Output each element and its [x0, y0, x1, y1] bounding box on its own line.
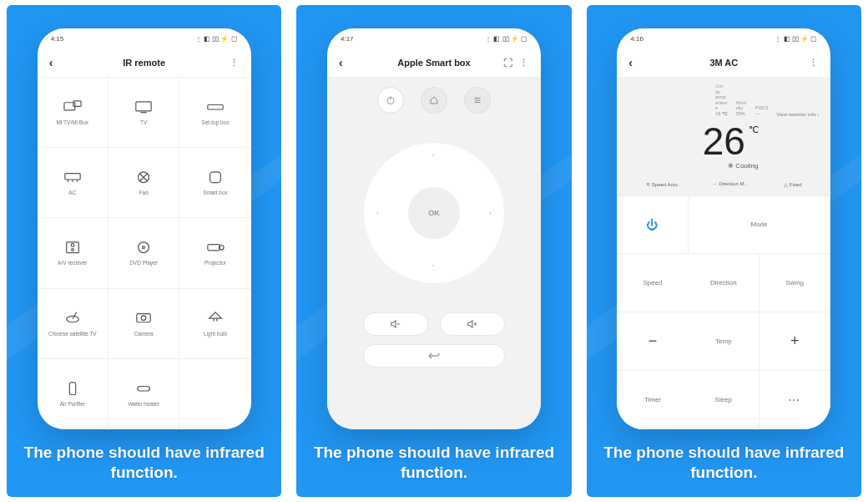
volume-down-button[interactable]	[363, 312, 428, 336]
svg-rect-2	[136, 102, 151, 111]
device-label: DVD Player	[129, 260, 158, 266]
svg-rect-10	[210, 172, 221, 183]
screenshot-panel-ir-remote: 4:15 ⋮ ◧ ▯▯ ⚡ ▢ ‹ IR remote ⋮ Mi TV/Mi B…	[7, 5, 281, 497]
ac-icon	[63, 170, 82, 185]
temp-up-button[interactable]: +	[760, 312, 830, 371]
more-icon[interactable]: ⋮	[809, 58, 819, 68]
mitv-icon	[63, 99, 82, 114]
dpad-left[interactable]: ‹	[376, 209, 379, 217]
menu-button[interactable]	[464, 87, 491, 114]
humidity: Humi dity59%	[736, 100, 747, 117]
volume-up-button[interactable]	[440, 312, 505, 336]
timer-button[interactable]: Timer	[617, 371, 688, 429]
direction-summary: → Direction M…	[712, 181, 749, 187]
device-ac[interactable]: AC	[38, 148, 108, 218]
device-label: Mi TV/Mi Box	[57, 119, 89, 125]
device-waterheater[interactable]: Water heater	[108, 359, 179, 429]
top-button-row	[377, 87, 491, 114]
speed-summary: ⚟ Speed Auto	[646, 181, 678, 187]
purifier-icon	[63, 381, 82, 396]
device-label: A/V receiver	[58, 260, 87, 266]
device-dvd[interactable]: DVD Player	[108, 218, 179, 288]
device-label: Smart box	[203, 190, 228, 195]
device-camera[interactable]: Camera	[108, 289, 179, 359]
app-bar: ‹ IR remote ⋮	[38, 48, 251, 77]
snowflake-icon: ❄	[728, 162, 734, 170]
device-label: AC	[68, 190, 76, 195]
dpad-down[interactable]: ˅	[431, 264, 436, 272]
power-button[interactable]: ⏻	[617, 196, 688, 255]
back-icon[interactable]: ‹	[628, 56, 633, 69]
clock: 4:15	[51, 35, 64, 43]
outdoor-temp: Out- do temp eratur e18 ℃	[715, 84, 728, 117]
panel-caption: The phone should have infrared function.	[7, 443, 281, 483]
swing-button[interactable]: Swing	[760, 254, 830, 312]
app-bar: ‹ Apple Smart box ⛶ ⋮	[327, 48, 541, 77]
ac-pane: Out- do temp eratur e18 ℃ Humi dity59% P…	[617, 77, 830, 429]
device-purifier[interactable]: Air Purifier	[38, 359, 108, 429]
status-icons: ⋮ ◧ ▯▯ ⚡ ▢	[485, 35, 527, 43]
lightbulb-icon	[206, 311, 225, 326]
satellite-icon	[63, 311, 82, 326]
home-button[interactable]	[421, 87, 447, 114]
device-label: Chinese satellite TV	[48, 331, 97, 337]
screenshot-panel-smartbox-remote: 4:17 ⋮ ◧ ▯▯ ⚡ ▢ ‹ Apple Smart box ⛶ ⋮ ˄ …	[296, 5, 571, 497]
dpad: ˄ ˅ ‹ › OK	[363, 142, 505, 284]
device-fan[interactable]: Fan	[108, 148, 179, 218]
device-lightbulb[interactable]: Light bulb	[179, 289, 250, 359]
more-icon[interactable]: ⋮	[230, 58, 240, 68]
page-title: IR remote	[123, 58, 165, 68]
svg-point-15	[143, 246, 145, 249]
svg-rect-24	[69, 383, 75, 395]
power-button[interactable]	[377, 87, 404, 114]
dpad-right[interactable]: ›	[489, 209, 492, 217]
ac-state: ❄ Cooling	[628, 162, 819, 170]
device-label: Camera	[134, 331, 154, 337]
device-projector[interactable]: Projector	[179, 218, 250, 288]
weather-info-link[interactable]: View weather info ›	[776, 112, 819, 117]
phone-frame: 4:15 ⋮ ◧ ▯▯ ⚡ ▢ ‹ IR remote ⋮ Mi TV/Mi B…	[38, 28, 251, 429]
ok-label: OK	[428, 209, 440, 217]
speed-button[interactable]: Speed	[617, 254, 688, 312]
temp-down-button[interactable]: −	[617, 312, 688, 371]
more-icon[interactable]: ⋮	[519, 58, 529, 68]
svg-point-21	[141, 316, 146, 321]
expand-icon[interactable]: ⛶	[503, 58, 512, 68]
device-settop[interactable]: Set-top box	[179, 78, 250, 148]
device-av[interactable]: A/V receiver	[38, 218, 108, 288]
device-grid: Mi TV/Mi Box TV Set-top box AC Fan Smart…	[38, 77, 251, 429]
device-label: Fan	[139, 190, 149, 195]
pm25: PM2.5—	[754, 105, 768, 116]
fan-icon	[134, 170, 153, 185]
svg-point-13	[71, 249, 73, 251]
more-button[interactable]: ⋯	[760, 371, 830, 429]
phone-notch	[111, 28, 178, 38]
clock: 4:16	[630, 35, 643, 43]
direction-button[interactable]: Direction	[689, 254, 760, 312]
app-bar-actions: ⋮	[809, 58, 819, 68]
device-tv[interactable]: TV	[108, 78, 179, 148]
projector-icon	[206, 240, 225, 255]
svg-rect-4	[208, 104, 223, 109]
panel-caption: The phone should have infrared function.	[296, 443, 571, 483]
dpad-up[interactable]: ˄	[431, 154, 436, 162]
av-icon	[63, 240, 82, 255]
back-icon[interactable]: ‹	[49, 56, 53, 69]
status-icons: ⋮ ◧ ▯▯ ⚡ ▢	[195, 35, 238, 43]
tv-icon	[134, 99, 153, 114]
page-title: Apple Smart box	[397, 58, 470, 68]
smartbox-icon	[206, 170, 225, 185]
device-mi-tv[interactable]: Mi TV/Mi Box	[38, 78, 108, 148]
device-satellite[interactable]: Chinese satellite TV	[38, 289, 108, 359]
back-remote-button[interactable]	[363, 344, 505, 368]
sleep-button[interactable]: Sleep	[689, 371, 760, 429]
temp-label: Temp	[689, 312, 760, 371]
mode-button[interactable]: Mode	[689, 196, 831, 255]
mode-summary-row: ⚟ Speed Auto → Direction M… △ Fixed	[628, 181, 819, 187]
device-smartbox[interactable]: Smart box	[179, 148, 250, 218]
waterheater-icon	[134, 381, 153, 396]
back-icon[interactable]: ‹	[339, 56, 343, 69]
device-label: TV	[140, 119, 147, 125]
dpad-ok[interactable]: OK	[408, 187, 460, 239]
phone-frame: 4:17 ⋮ ◧ ▯▯ ⚡ ▢ ‹ Apple Smart box ⛶ ⋮ ˄ …	[327, 28, 541, 429]
